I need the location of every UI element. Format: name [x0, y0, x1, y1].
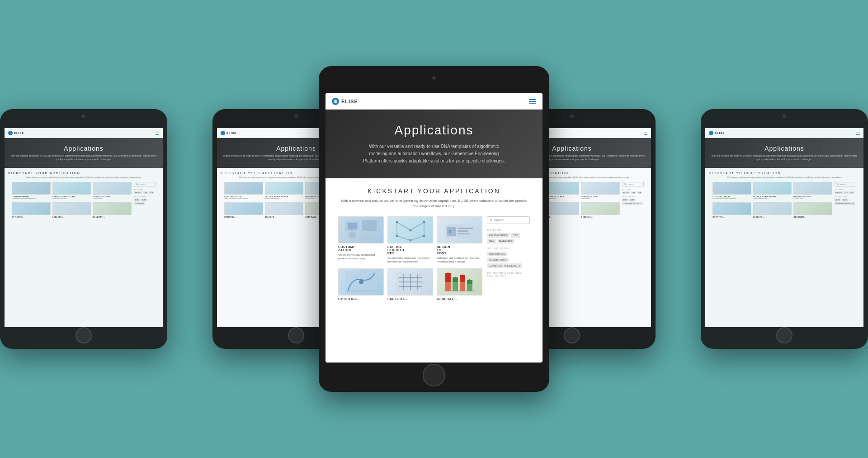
search-input[interactable]	[494, 219, 527, 222]
by-industry-label: BY INDUSTRY	[835, 196, 856, 198]
app-card-generati[interactable]: GENERATI...	[581, 202, 620, 219]
home-button[interactable]	[75, 327, 92, 344]
app-card-optistru[interactable]: OPTISTRU...	[338, 268, 384, 302]
tablet-main: ELISE Applications With our versatile an…	[319, 66, 549, 392]
app-card-lattice[interactable]: LATTICESTRUCTURES Create lattice structu…	[387, 216, 433, 264]
svg-point-19	[396, 234, 398, 237]
app-card-generati[interactable]: GENERATI...	[437, 268, 482, 302]
nav-logo: ELISE	[332, 98, 358, 105]
app-card-customize[interactable]: CUSTOMI ZATION Create individually custo…	[224, 182, 263, 200]
filter-by-industry: BY INDUSTRY AEROSPACE AUTOMOTIVE CONSUME…	[487, 247, 530, 268]
app-card-skeleto[interactable]: SKELETO...	[387, 268, 433, 302]
filter-tag-fea[interactable]: FEA	[149, 191, 154, 194]
app-card-customization[interactable]: CUSTOMIZATION Create individually custom…	[338, 216, 384, 264]
app-card-lattice[interactable]: LATTICE STRUCTU RES Create lattice struc…	[52, 182, 91, 200]
content-area: CUSTOMIZATION Create individually custom…	[332, 216, 536, 313]
app-card-design[interactable]: DESIGN TO COST Calculate costs	[581, 182, 620, 200]
filter-tag-cad[interactable]: CAD	[143, 191, 148, 194]
app-card-title-lattice: LATTICESTRUCTURES	[387, 245, 433, 255]
svg-rect-26	[458, 233, 470, 234]
app-card-opti[interactable]: OPTISTRU...	[224, 202, 263, 219]
app-card-design[interactable]: DESIGN TO COST Calculate costs	[93, 182, 132, 200]
logo-text: ELISE	[715, 132, 725, 134]
filter-tag-auto[interactable]: AUTO	[842, 199, 848, 201]
home-button[interactable]	[776, 327, 793, 344]
filter-tag-fea[interactable]: FEA	[487, 239, 496, 243]
app-card-lattice[interactable]: LATTICE STRUCTU RES Create lattice struc…	[753, 182, 792, 200]
filter-tag-consumer[interactable]: CONSUMER PRODUCTS	[622, 202, 642, 205]
filter-tag-aero[interactable]: AERO	[134, 199, 140, 201]
filter-tag-fea[interactable]: FEA	[637, 191, 642, 194]
svg-point-18	[409, 229, 411, 231]
filter-tag-am-engineer[interactable]: AM ENGINEER	[487, 233, 509, 238]
filter-tag-automotive[interactable]: AUTOMOTIVE	[487, 258, 509, 262]
hero-subtitle: With our versatile and ready-to-use DNA …	[362, 143, 506, 165]
app-card-opti[interactable]: OPTISTRU...	[712, 202, 751, 219]
home-button[interactable]	[288, 327, 304, 344]
filter-tag-aerospace[interactable]: AEROSPACE	[487, 252, 507, 256]
hamburger-icon[interactable]	[156, 130, 159, 135]
logo-text: ELISE	[226, 132, 236, 134]
svg-rect-24	[458, 228, 473, 229]
hamburger-button[interactable]	[529, 99, 536, 104]
app-card-image-lattice	[387, 216, 433, 243]
hamburger-icon[interactable]	[644, 130, 647, 135]
by-industry-label: BY INDUSTRY	[134, 196, 156, 198]
logo-icon	[221, 131, 225, 135]
svg-line-13	[410, 236, 424, 240]
app-grid: CUSTOMI ZATION Create individually custo…	[12, 182, 132, 221]
filter-tag-auto[interactable]: AUTO	[141, 199, 147, 201]
search-box[interactable]: 🔍 Search...	[622, 182, 644, 186]
tablet-far-right: ELISE Applications With our versatile an…	[701, 109, 868, 349]
app-card-opti[interactable]: OPTISTRU...	[12, 202, 51, 219]
app-card-design[interactable]: DESIGN TO COST Calculate costs	[793, 182, 832, 200]
filter-tag-am[interactable]: AM ENG	[134, 191, 142, 194]
home-button-main[interactable]	[423, 364, 445, 386]
filter-tag-consumer[interactable]: CONSUMER PRODUCTS	[835, 202, 855, 205]
app-card-skeleto[interactable]: SKELETO...	[753, 202, 792, 219]
tablet-camera	[294, 114, 298, 118]
svg-rect-7	[360, 233, 373, 240]
search-box[interactable]: 🔍 Search...	[134, 182, 156, 186]
app-card-image-customization	[338, 216, 384, 243]
app-card-generati[interactable]: GENERATI...	[93, 202, 132, 219]
tablet-screen-far-left: ELISE Applications With our versatile an…	[5, 128, 163, 327]
filter-tag-am[interactable]: AM ENG	[622, 191, 630, 194]
filter-tag-manager[interactable]: MANAGER	[497, 239, 514, 243]
search-placeholder: Search...	[139, 183, 146, 186]
filter-tag-consumer[interactable]: CONSUMER	[134, 202, 145, 205]
app-card-customize[interactable]: CUSTOMI ZATION Create individually custo…	[712, 182, 751, 200]
by-team-label: BY TEAM	[487, 229, 530, 231]
filter-sidebar: 🔍 Search... BY TEAM AM ENG CAD FEA	[622, 182, 644, 221]
by-industry-label: BY INDUSTRY	[622, 196, 644, 198]
app-card-image-generati	[437, 268, 482, 296]
kickstart-subtitle: With a diverse and unique toolset of eng…	[709, 176, 860, 178]
filter-tag-aero[interactable]: AERO	[835, 199, 841, 201]
filter-tag-aero[interactable]: AERO	[622, 199, 628, 201]
hero-subtitle: With our versatile and ready-to-use DNA …	[710, 154, 859, 161]
filter-tag-auto[interactable]: AUTO	[629, 199, 636, 201]
app-card-customize[interactable]: CUSTOMI ZATION Create individually custo…	[12, 182, 51, 200]
filter-tag-fea[interactable]: FEA	[849, 191, 854, 194]
search-box[interactable]: 🔍 Search...	[835, 182, 856, 186]
search-box[interactable]: ⚲	[487, 216, 530, 224]
filter-tag-consumer-products[interactable]: CONSUMER PRODUCTS	[487, 263, 522, 268]
app-card-skeleto[interactable]: SKELETO...	[265, 202, 304, 219]
app-card-generati[interactable]: GENERATI...	[793, 202, 832, 219]
app-card-desc-lattice: Create lattice structures that satisfy m…	[387, 256, 433, 264]
by-team-label: BY TEAM	[622, 189, 644, 191]
app-card-lattice[interactable]: LATTICE STRUCTU RES Create lattice struc…	[265, 182, 304, 200]
home-button[interactable]	[564, 327, 580, 344]
app-card-title-customization: CUSTOMIZATION	[338, 245, 384, 252]
tablet-screen-main: ELISE Applications With our versatile an…	[326, 93, 542, 363]
filter-tag-am[interactable]: AM ENG	[835, 191, 843, 194]
tablet-camera	[570, 114, 574, 118]
filter-tag-cad[interactable]: CAD	[511, 233, 520, 238]
hamburger-icon[interactable]	[856, 130, 860, 135]
filter-tags-team: AM ENGINEER CAD FEA MANAGER	[487, 233, 530, 243]
grid-row-2: OPTISTRU...	[338, 268, 482, 302]
filter-tag-cad[interactable]: CAD	[631, 191, 636, 194]
filter-tag-cad[interactable]: CAD	[844, 191, 849, 194]
app-card-design-cost[interactable]: $ DESIGNTOCOST Calculate and optimize th…	[437, 216, 482, 264]
app-card-skeleto[interactable]: SKELETO...	[52, 202, 91, 219]
